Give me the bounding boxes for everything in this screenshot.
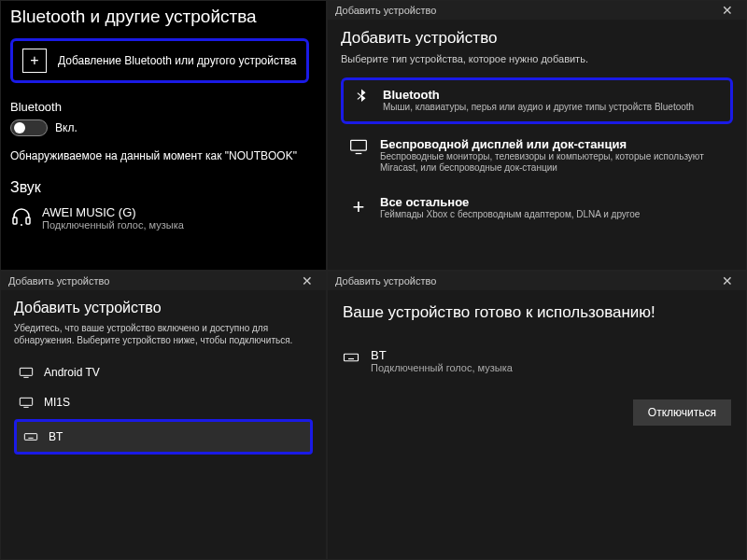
ready-device-name: BT bbox=[371, 348, 513, 362]
option-title: Беспроводной дисплей или док-станция bbox=[380, 137, 726, 151]
dialog-title: Добавить устройство bbox=[335, 5, 436, 16]
display-icon bbox=[348, 137, 369, 156]
dialog-title: Добавить устройство bbox=[8, 275, 109, 287]
device-row[interactable]: MI1S bbox=[14, 389, 313, 415]
keyboard-icon bbox=[343, 348, 359, 367]
add-device-label: Добавление Bluetooth или другого устройс… bbox=[58, 54, 296, 67]
svg-rect-14 bbox=[345, 354, 359, 361]
svg-rect-2 bbox=[351, 140, 367, 150]
sound-header: Звук bbox=[10, 179, 317, 196]
option-wireless-display[interactable]: Беспроводной дисплей или док-станция Бес… bbox=[341, 130, 733, 182]
picker-sub: Убедитесь, что ваше устройство включено … bbox=[14, 322, 313, 346]
keyboard-icon bbox=[22, 429, 39, 444]
plus-icon: + bbox=[22, 49, 47, 73]
svg-rect-4 bbox=[20, 368, 32, 375]
toggle-state-label: Вкл. bbox=[55, 121, 78, 134]
option-desc: Геймпады Xbox с беспроводным адаптером, … bbox=[380, 209, 640, 221]
device-name: BT bbox=[49, 430, 63, 443]
device-ready-dialog: Добавить устройство ✕ Ваше устройство го… bbox=[327, 271, 747, 560]
svg-rect-6 bbox=[20, 398, 32, 405]
option-everything-else[interactable]: + Все остальное Геймпады Xbox с беспрово… bbox=[341, 188, 733, 229]
device-name: MI1S bbox=[44, 396, 70, 409]
bluetooth-icon bbox=[351, 88, 372, 105]
headset-icon bbox=[10, 205, 33, 228]
device-row-selected[interactable]: BT bbox=[14, 419, 313, 455]
audio-device-row[interactable]: AWEI MUSIC (G) Подключенный голос, музык… bbox=[10, 205, 317, 231]
ready-device-sub: Подключенный голос, музыка bbox=[371, 362, 513, 373]
dialog-title: Добавить устройство bbox=[335, 275, 436, 287]
display-icon bbox=[18, 365, 35, 380]
option-desc: Беспроводные мониторы, телевизоры и комп… bbox=[380, 151, 726, 175]
audio-device-name: AWEI MUSIC (G) bbox=[42, 205, 184, 219]
svg-rect-8 bbox=[24, 434, 36, 441]
svg-rect-1 bbox=[26, 217, 30, 224]
close-icon[interactable]: ✕ bbox=[716, 273, 739, 288]
close-icon[interactable]: ✕ bbox=[296, 273, 318, 288]
device-row[interactable]: Android TV bbox=[14, 359, 313, 385]
option-bluetooth[interactable]: Bluetooth Мыши, клавиатуры, перья или ау… bbox=[341, 77, 733, 124]
ready-heading: Ваше устройство готово к использованию! bbox=[343, 303, 731, 322]
discoverable-text: Обнаруживаемое на данный момент как "NOU… bbox=[10, 149, 317, 162]
toggle-knob bbox=[14, 122, 25, 133]
bluetooth-label: Bluetooth bbox=[10, 100, 317, 114]
ready-device-row: BT Подключенный голос, музыка bbox=[343, 348, 731, 373]
dialog-subheading: Выберите тип устройства, которое нужно д… bbox=[341, 53, 733, 64]
svg-rect-0 bbox=[13, 217, 17, 224]
add-device-button[interactable]: + Добавление Bluetooth или другого устро… bbox=[10, 38, 309, 83]
audio-device-sub: Подключенный голос, музыка bbox=[42, 219, 184, 231]
add-device-dialog: Добавить устройство ✕ Добавить устройств… bbox=[327, 0, 747, 271]
bluetooth-settings-panel: Bluetooth и другие устройства + Добавлен… bbox=[0, 0, 327, 271]
page-title: Bluetooth и другие устройства bbox=[10, 7, 317, 27]
picker-heading: Добавить устройство bbox=[14, 300, 313, 316]
device-name: Android TV bbox=[44, 366, 100, 379]
option-desc: Мыши, клавиатуры, перья или аудио и друг… bbox=[383, 102, 694, 114]
display-icon bbox=[18, 395, 35, 410]
bluetooth-toggle[interactable] bbox=[10, 119, 48, 136]
option-title: Bluetooth bbox=[383, 88, 694, 102]
plus-icon: + bbox=[348, 195, 369, 219]
close-icon[interactable]: ✕ bbox=[716, 3, 739, 18]
disconnect-button[interactable]: Отключиться bbox=[633, 399, 731, 426]
device-picker-dialog: Добавить устройство ✕ Добавить устройств… bbox=[0, 271, 327, 560]
dialog-heading: Добавить устройство bbox=[341, 29, 733, 48]
option-title: Все остальное bbox=[380, 195, 640, 209]
